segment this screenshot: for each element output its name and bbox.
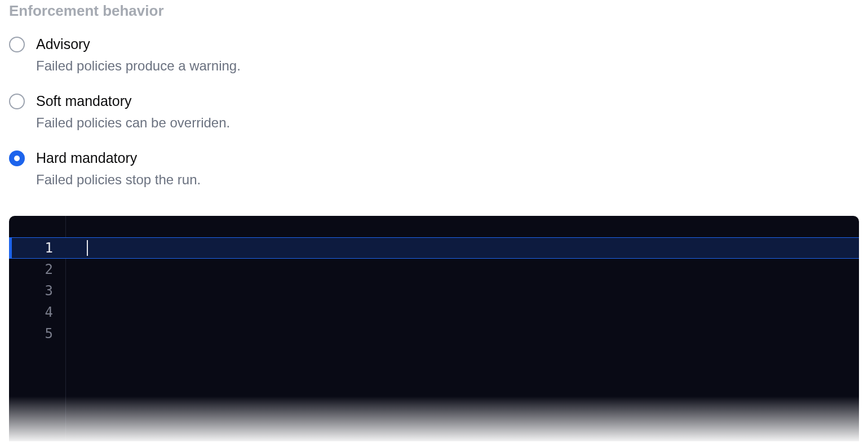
radio-label: Soft mandatory <box>36 92 230 109</box>
editor-fade-overlay <box>9 396 859 441</box>
enforcement-radio-group: Advisory Failed policies produce a warni… <box>9 36 859 189</box>
radio-description: Failed policies stop the run. <box>36 171 201 188</box>
editor-line-active[interactable]: 1 <box>9 237 859 259</box>
radio-inner-dot <box>14 156 20 161</box>
radio-label: Hard mandatory <box>36 149 201 166</box>
radio-option-advisory[interactable]: Advisory Failed policies produce a warni… <box>9 36 859 74</box>
radio-label: Advisory <box>36 36 241 52</box>
radio-option-hard-mandatory[interactable]: Hard mandatory Failed policies stop the … <box>9 149 859 188</box>
editor-line[interactable]: 3 <box>9 280 859 302</box>
radio-icon <box>9 37 25 52</box>
radio-description: Failed policies produce a warning. <box>36 57 241 74</box>
line-number: 1 <box>12 240 63 256</box>
radio-text: Hard mandatory Failed policies stop the … <box>36 149 201 188</box>
editor-lines: 1 2 3 4 5 <box>9 237 859 344</box>
radio-description: Failed policies can be overriden. <box>36 114 230 131</box>
radio-text: Advisory Failed policies produce a warni… <box>36 36 241 74</box>
text-cursor-icon <box>87 240 88 256</box>
code-editor[interactable]: 1 2 3 4 5 <box>9 216 859 441</box>
section-title: Enforcement behavior <box>9 0 859 20</box>
line-content[interactable] <box>63 259 859 280</box>
line-number: 2 <box>9 262 63 277</box>
line-content[interactable] <box>63 280 859 302</box>
line-content[interactable] <box>63 323 859 344</box>
radio-text: Soft mandatory Failed policies can be ov… <box>36 92 230 131</box>
editor-line[interactable]: 4 <box>9 302 859 323</box>
line-content[interactable] <box>63 302 859 323</box>
editor-line[interactable]: 5 <box>9 323 859 344</box>
line-number: 3 <box>9 283 63 299</box>
radio-icon-selected <box>9 150 25 166</box>
editor-line[interactable]: 2 <box>9 259 859 280</box>
line-number: 5 <box>9 326 63 342</box>
line-number: 4 <box>9 304 63 320</box>
line-content[interactable] <box>63 238 859 258</box>
radio-icon <box>9 94 25 109</box>
radio-option-soft-mandatory[interactable]: Soft mandatory Failed policies can be ov… <box>9 92 859 131</box>
